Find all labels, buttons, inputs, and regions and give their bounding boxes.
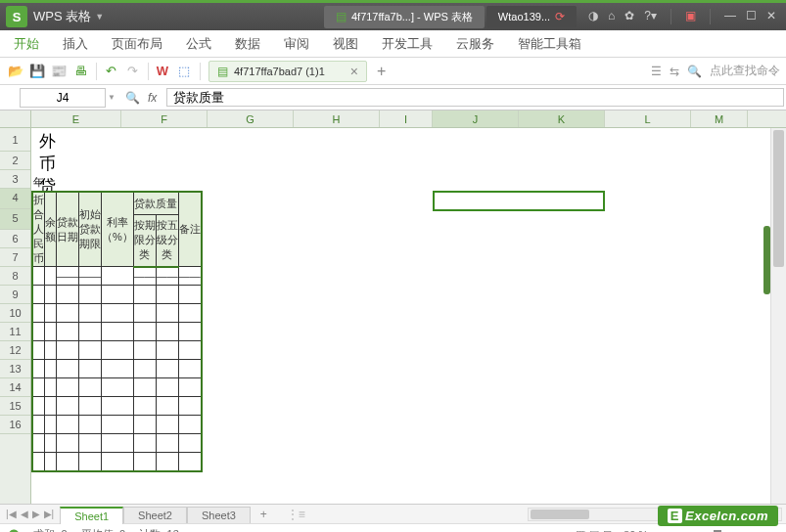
- cell[interactable]: [79, 360, 102, 378]
- row-header[interactable]: 7: [0, 248, 30, 267]
- sheet-nav-last-icon[interactable]: ▶|: [44, 509, 55, 519]
- open-icon[interactable]: 📂: [6, 62, 25, 81]
- save-icon[interactable]: 💾: [27, 62, 47, 81]
- cell[interactable]: [32, 304, 45, 323]
- cell[interactable]: [102, 304, 134, 323]
- cell[interactable]: [178, 397, 202, 416]
- cell[interactable]: [57, 304, 79, 323]
- cell[interactable]: [32, 267, 45, 286]
- cell[interactable]: [45, 360, 57, 378]
- cell[interactable]: [32, 360, 45, 378]
- cell[interactable]: [133, 341, 156, 360]
- cell[interactable]: ——: [156, 267, 178, 286]
- cell[interactable]: [57, 323, 79, 341]
- cell[interactable]: [32, 397, 45, 416]
- menu-formula[interactable]: 公式: [186, 35, 211, 53]
- cell[interactable]: [156, 304, 178, 323]
- cell[interactable]: [32, 378, 45, 397]
- cell[interactable]: [57, 360, 79, 378]
- vertical-scrollbar-overlay[interactable]: [763, 226, 770, 294]
- nav-icon[interactable]: ◑: [588, 9, 598, 24]
- cell[interactable]: [79, 416, 102, 434]
- row-header[interactable]: 3: [0, 170, 30, 189]
- toolbar-icon[interactable]: ☰: [651, 65, 662, 78]
- cell[interactable]: [178, 378, 202, 397]
- cell[interactable]: [133, 323, 156, 341]
- col-header[interactable]: E: [31, 111, 121, 127]
- row-header[interactable]: 12: [0, 341, 30, 360]
- cellref-dropdown-icon[interactable]: ▼: [108, 93, 116, 102]
- menu-view[interactable]: 视图: [333, 35, 358, 53]
- minimize-icon[interactable]: —: [724, 9, 736, 24]
- th[interactable]: 备注: [178, 192, 202, 267]
- cell[interactable]: [156, 416, 178, 434]
- menu-start[interactable]: 开始: [14, 35, 39, 53]
- add-sheet-icon[interactable]: +: [251, 506, 277, 523]
- cell[interactable]: [32, 323, 45, 341]
- cell[interactable]: [156, 434, 178, 453]
- col-header[interactable]: I: [380, 111, 433, 127]
- menu-data[interactable]: 数据: [235, 35, 260, 53]
- menu-insert[interactable]: 插入: [63, 35, 88, 53]
- menu-layout[interactable]: 页面布局: [112, 35, 162, 53]
- w-icon[interactable]: W: [153, 62, 172, 81]
- row-header[interactable]: 1: [0, 128, 30, 152]
- cell[interactable]: [57, 434, 79, 453]
- toolbar-icon[interactable]: ⇆: [670, 65, 679, 78]
- cell[interactable]: [45, 323, 57, 341]
- cell[interactable]: [102, 397, 134, 416]
- close-doc-icon[interactable]: ▣: [685, 9, 696, 24]
- row-header[interactable]: 11: [0, 323, 30, 341]
- cell[interactable]: [45, 378, 57, 397]
- cell[interactable]: [79, 341, 102, 360]
- row-header[interactable]: 15: [0, 397, 30, 416]
- cell[interactable]: [178, 341, 202, 360]
- row-header[interactable]: 8: [0, 267, 30, 286]
- cell[interactable]: [156, 378, 178, 397]
- cell[interactable]: [156, 323, 178, 341]
- th-group[interactable]: 贷款质量: [133, 192, 178, 215]
- col-header[interactable]: H: [294, 111, 380, 127]
- document-tab-2[interactable]: Wtao139... ⟳: [486, 6, 577, 27]
- th[interactable]: 折合人民币: [32, 192, 45, 267]
- cell[interactable]: [178, 416, 202, 434]
- close-icon[interactable]: ✕: [766, 9, 776, 24]
- cell[interactable]: [133, 286, 156, 304]
- eval-icon[interactable]: 🔍: [125, 91, 140, 105]
- cell[interactable]: [57, 416, 79, 434]
- cell[interactable]: [45, 304, 57, 323]
- cell[interactable]: [156, 341, 178, 360]
- cell[interactable]: [79, 453, 102, 471]
- col-header[interactable]: M: [691, 111, 748, 127]
- search-hint[interactable]: 点此查找命令: [710, 63, 780, 79]
- menu-cloud[interactable]: 云服务: [456, 35, 494, 53]
- cell[interactable]: [45, 341, 57, 360]
- cell[interactable]: [133, 453, 156, 471]
- cell[interactable]: [178, 304, 202, 323]
- cell[interactable]: [57, 378, 79, 397]
- sheet-list-icon[interactable]: ⋮≡: [287, 508, 305, 521]
- cell[interactable]: [102, 416, 134, 434]
- cell[interactable]: [102, 286, 134, 304]
- th[interactable]: 按五级分类: [156, 215, 178, 267]
- formula-input[interactable]: [166, 88, 784, 107]
- cell[interactable]: [156, 397, 178, 416]
- cell[interactable]: [156, 360, 178, 378]
- print-icon[interactable]: 🖶: [70, 62, 90, 81]
- cell[interactable]: [178, 323, 202, 341]
- help-icon[interactable]: ?▾: [644, 9, 657, 24]
- row-header[interactable]: 6: [0, 230, 30, 248]
- th[interactable]: 初始贷款期限: [79, 192, 102, 267]
- row-header[interactable]: 16: [0, 416, 30, 434]
- cell[interactable]: [102, 434, 134, 453]
- cell[interactable]: [133, 378, 156, 397]
- cell-reference-box[interactable]: J4: [20, 88, 106, 108]
- cell[interactable]: ——: [57, 267, 79, 286]
- new-tab-icon[interactable]: +: [377, 63, 386, 80]
- cell[interactable]: [79, 397, 102, 416]
- row-header[interactable]: 13: [0, 360, 30, 378]
- select-all-corner[interactable]: [0, 111, 30, 128]
- print-preview-icon[interactable]: 📰: [49, 62, 69, 81]
- cell[interactable]: [133, 360, 156, 378]
- cell[interactable]: [32, 416, 45, 434]
